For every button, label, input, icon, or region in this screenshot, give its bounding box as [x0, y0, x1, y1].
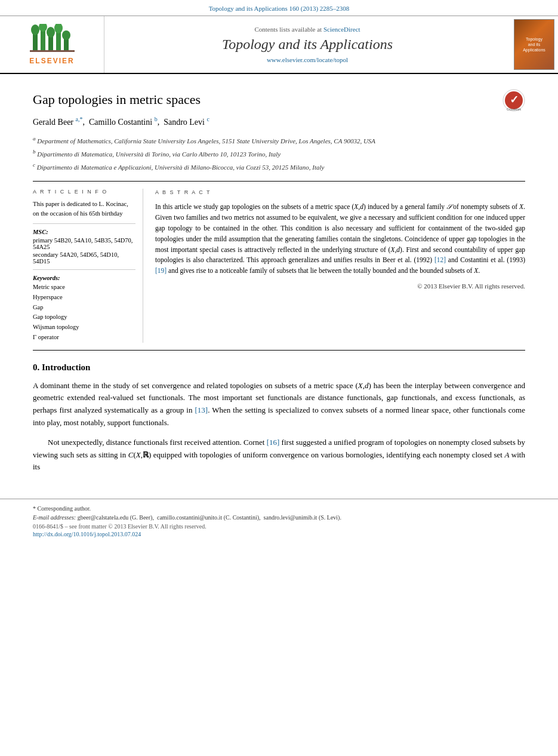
authors-line: Gerald Beer a,*, Camillo Costantini b, S… — [33, 116, 525, 127]
section-name: Introduction — [42, 362, 90, 372]
thumb-text: Topologyand itsApplications — [521, 35, 547, 54]
corresponding-author: * Corresponding author. — [33, 505, 525, 512]
corr-label: * Corresponding author. — [33, 505, 91, 512]
kw-wijsman: Wijsman topology — [33, 322, 135, 333]
article-info-header: A R T I C L E I N F O — [33, 189, 135, 195]
article-info-abstract: A R T I C L E I N F O This paper is dedi… — [33, 181, 525, 350]
email-levi[interactable]: sandro.levi@unimib.it — [264, 514, 317, 521]
svg-point-7 — [47, 27, 55, 38]
kw-gap: Gap — [33, 303, 135, 313]
dedication-text: This paper is dedicated to L. Kocinac, o… — [33, 201, 128, 217]
article-info-panel: A R T I C L E I N F O This paper is dedi… — [33, 189, 143, 342]
crossmark-icon: ✓ CrossMark — [502, 89, 525, 112]
svg-text:CrossMark: CrossMark — [507, 107, 522, 111]
svg-point-9 — [62, 30, 70, 40]
svg-rect-10 — [30, 50, 75, 52]
copyright: © 2013 Elsevier B.V. All rights reserved… — [155, 281, 525, 291]
journal-header: ELSEVIER Contents lists available at Sci… — [0, 16, 558, 74]
keywords-label: Keywords: — [33, 275, 135, 281]
kw-gap-topology: Gap topology — [33, 312, 135, 322]
dedication-block: This paper is dedicated to L. Kocinac, o… — [33, 199, 135, 224]
ref-16[interactable]: [16] — [267, 438, 280, 447]
author-beer: Gerald Beer a,*, — [33, 118, 87, 127]
msc-block: MSC: primary 54B20, 54A10, 54B35, 54D70,… — [33, 229, 135, 270]
email-costantini[interactable]: camillo.costantini@unito.it — [157, 514, 222, 521]
abstract-text: In this article we study gap topologies … — [155, 202, 525, 276]
affiliation-b: b Dipartimento di Matematica, Università… — [33, 147, 525, 159]
kw-metric-space: Metric space — [33, 282, 135, 293]
email-line: E-mail addresses: gbeer@calstatela.edu (… — [33, 514, 525, 521]
journal-ref-text: Topology and its Applications 160 (2013)… — [209, 5, 350, 12]
abstract-header: A B S T R A C T — [155, 189, 525, 197]
svg-point-8 — [54, 24, 63, 33]
contents-line: Contents lists available at ScienceDirec… — [116, 26, 498, 33]
svg-point-5 — [31, 24, 39, 35]
elsevier-logo: ELSEVIER — [0, 16, 104, 73]
author-levi: Sandro Levi c — [164, 118, 209, 127]
elsevier-tree-icon — [30, 24, 75, 57]
intro-paragraph-1: A dominant theme in the study of set con… — [33, 380, 525, 429]
affiliation-a: a Department of Mathematics, California … — [33, 134, 525, 146]
ref-13[interactable]: [13] — [195, 405, 208, 414]
author-costantini: Camillo Costantini b, — [89, 118, 162, 127]
thumb-box: Topologyand itsApplications — [514, 19, 554, 70]
journal-thumbnail: Topologyand itsApplications — [510, 16, 558, 73]
elsevier-label: ELSEVIER — [29, 57, 74, 65]
doi-line[interactable]: http://dx.doi.org/10.1016/j.topol.2013.0… — [33, 531, 525, 537]
intro-paragraph-2: Not unexpectedly, distance functionals f… — [33, 437, 525, 474]
keywords-block: Keywords: Metric space Hyperspace Gap Ga… — [33, 275, 135, 343]
intro-section-title: 0. Introduction — [33, 362, 525, 373]
paper-title: Gap topologies in metric spaces — [33, 92, 201, 107]
footer: * Corresponding author. E-mail addresses… — [0, 499, 558, 543]
msc-label: MSC: — [33, 229, 135, 235]
main-content: Gap topologies in metric spaces ✓ CrossM… — [0, 74, 558, 493]
journal-title-block: Contents lists available at ScienceDirec… — [104, 16, 510, 73]
kw-hyperspace: Hyperspace — [33, 293, 135, 303]
ref-19[interactable]: [19] — [155, 267, 167, 274]
sciencedirect-link[interactable]: ScienceDirect — [323, 26, 360, 33]
kw-gamma: Γ operator — [33, 333, 135, 343]
ref-12[interactable]: [12] — [434, 256, 446, 263]
journal-reference: Topology and its Applications 160 (2013)… — [0, 0, 558, 16]
journal-main-title: Topology and its Applications — [116, 36, 498, 53]
abstract-panel: A B S T R A C T In this article we study… — [155, 189, 525, 342]
affiliation-c: c Dipartimento di Matematica e Applicazi… — [33, 161, 525, 173]
email-text: E-mail addresses: gbeer@calstatela.edu (… — [33, 514, 341, 521]
svg-text:✓: ✓ — [510, 94, 519, 106]
title-row: Gap topologies in metric spaces ✓ CrossM… — [33, 86, 525, 116]
journal-url[interactable]: www.elsevier.com/locate/topol — [116, 56, 498, 63]
keywords-list: Metric space Hyperspace Gap Gap topology… — [33, 282, 135, 343]
section-number: 0. — [33, 362, 42, 372]
email-beer[interactable]: gbeer@calstatela.edu — [78, 514, 129, 521]
svg-point-6 — [39, 24, 47, 32]
license-line: 0166-8641/$ – see front matter © 2013 El… — [33, 523, 525, 530]
affiliations: a Department of Mathematics, California … — [33, 134, 525, 173]
msc-secondary: secondary 54A20, 54D65, 54D10, 54D15 — [33, 251, 135, 265]
msc-primary: primary 54B20, 54A10, 54B35, 54D70, 54A2… — [33, 237, 135, 250]
